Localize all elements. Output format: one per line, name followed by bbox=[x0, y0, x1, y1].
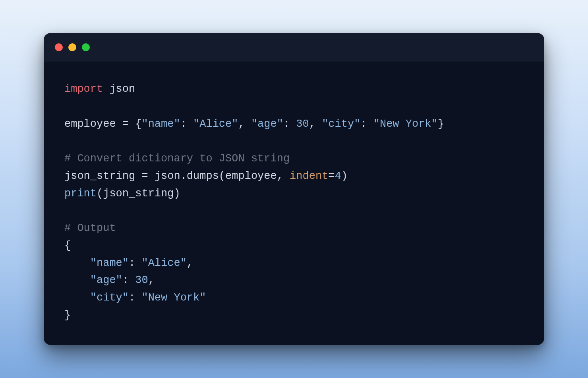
code-token: 30 bbox=[135, 274, 148, 286]
code-token: : bbox=[180, 118, 193, 130]
code-line: json_string = json.dumps(employee, inden… bbox=[64, 168, 524, 185]
code-token: json_string = json.dumps(employee, bbox=[64, 170, 290, 182]
code-editor-content: import json employee = {"name": "Alice",… bbox=[44, 62, 544, 345]
code-token: : bbox=[360, 118, 373, 130]
code-window: import json employee = {"name": "Alice",… bbox=[44, 33, 544, 345]
code-token: , bbox=[187, 257, 193, 269]
code-token: "city" bbox=[322, 118, 360, 130]
code-token: , bbox=[309, 118, 322, 130]
code-token: "name" bbox=[90, 257, 129, 269]
code-line: "city": "New York" bbox=[64, 289, 524, 307]
code-token: , bbox=[148, 274, 155, 286]
code-token: 30 bbox=[296, 118, 309, 130]
code-token: "age" bbox=[251, 118, 283, 130]
code-line: "name": "Alice", bbox=[64, 255, 524, 272]
code-token: "name" bbox=[141, 118, 180, 130]
code-token: # Convert dictionary to JSON string bbox=[64, 153, 290, 165]
close-icon[interactable] bbox=[55, 43, 63, 51]
code-token: employee = { bbox=[64, 118, 141, 130]
code-token: "New York" bbox=[141, 292, 206, 304]
code-line: employee = {"name": "Alice", "age": 30, … bbox=[64, 116, 524, 133]
code-line: "age": 30, bbox=[64, 272, 524, 289]
code-token: , bbox=[238, 118, 251, 130]
code-token: import bbox=[64, 83, 103, 95]
code-token: indent bbox=[290, 170, 328, 182]
code-token: : bbox=[122, 274, 135, 286]
code-line: print(json_string) bbox=[64, 185, 524, 203]
code-line: } bbox=[64, 307, 524, 324]
code-token: "Alice" bbox=[141, 257, 186, 269]
code-token: } bbox=[64, 309, 71, 321]
minimize-icon[interactable] bbox=[68, 43, 76, 51]
code-token bbox=[64, 292, 90, 304]
code-token: 4 bbox=[335, 170, 341, 182]
code-token: : bbox=[129, 257, 141, 269]
code-token: "Alice" bbox=[193, 118, 238, 130]
code-token: } bbox=[438, 118, 444, 130]
code-token: json bbox=[103, 83, 135, 95]
zoom-icon[interactable] bbox=[82, 43, 90, 51]
code-token: "New York" bbox=[373, 118, 438, 130]
code-token: : bbox=[129, 292, 141, 304]
code-token: : bbox=[283, 118, 296, 130]
code-token: (json_string) bbox=[97, 188, 180, 200]
code-token: "city" bbox=[90, 292, 129, 304]
code-line bbox=[64, 98, 524, 116]
code-line bbox=[64, 133, 524, 151]
window-titlebar bbox=[44, 33, 544, 62]
code-token: { bbox=[64, 240, 71, 252]
code-token: = bbox=[328, 170, 335, 182]
code-token bbox=[64, 274, 90, 286]
code-line: # Convert dictionary to JSON string bbox=[64, 150, 524, 168]
code-line: { bbox=[64, 237, 524, 255]
code-line: # Output bbox=[64, 220, 524, 237]
code-line: import json bbox=[64, 81, 524, 98]
code-line bbox=[64, 203, 524, 220]
code-token: ) bbox=[341, 170, 348, 182]
code-token: # Output bbox=[64, 222, 116, 234]
code-token: print bbox=[64, 188, 97, 200]
code-token: "age" bbox=[90, 274, 122, 286]
code-token bbox=[64, 257, 90, 269]
